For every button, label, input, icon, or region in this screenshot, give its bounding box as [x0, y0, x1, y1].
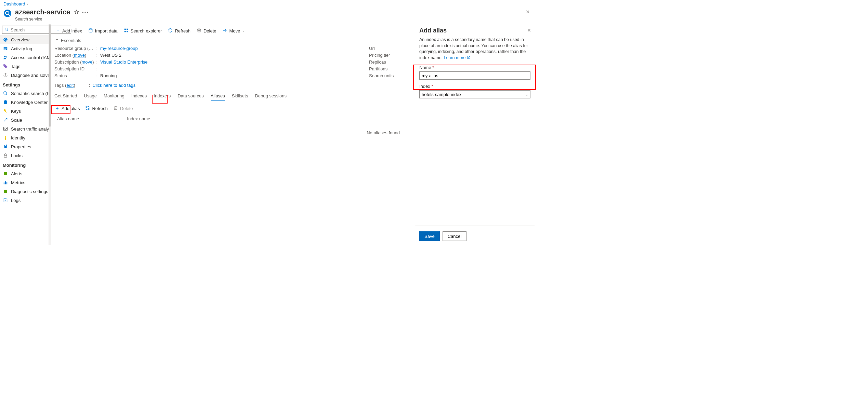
tab-get-started[interactable]: Get Started [54, 92, 77, 101]
diagnostic-settings-icon [3, 189, 8, 194]
sidebar-item-access-control[interactable]: Access control (IAM) [0, 53, 49, 62]
external-link-icon [467, 55, 470, 58]
sidebar-item-properties[interactable]: Properties [0, 142, 49, 151]
sidebar-item-tags[interactable]: Tags [0, 62, 49, 71]
sidebar-item-diagnose[interactable]: Diagnose and solve problems [0, 71, 49, 80]
replicas-label: Replicas [369, 59, 410, 65]
svg-point-35 [89, 28, 92, 30]
import-data-button[interactable]: Import data [88, 28, 118, 34]
essentials-toggle[interactable]: ⌃ Essentials [54, 37, 410, 45]
cancel-button[interactable]: Cancel [443, 231, 466, 241]
svg-rect-26 [6, 145, 7, 148]
sidebar-item-alerts[interactable]: Alerts [0, 169, 49, 178]
sidebar-item-metrics[interactable]: Metrics [0, 178, 49, 187]
sidebar-item-label: Semantic search (Preview) [11, 91, 49, 96]
sidebar-item-label: Scale [11, 118, 22, 123]
sidebar: « Overview Activity log Access control (… [0, 24, 49, 245]
breadcrumb-root[interactable]: Dashboard [3, 1, 25, 6]
learn-more-link[interactable]: Learn more [444, 55, 470, 60]
alias-name-input[interactable] [419, 71, 530, 80]
sidebar-item-logs[interactable]: Logs [0, 196, 49, 205]
more-icon[interactable]: ⋯ [82, 8, 89, 16]
tab-usage[interactable]: Usage [84, 92, 97, 101]
tab-monitoring[interactable]: Monitoring [104, 92, 124, 101]
svg-rect-39 [127, 31, 128, 32]
sidebar-item-knowledge-center[interactable]: Knowledge Center [0, 98, 49, 107]
move-subscription-link[interactable]: move [81, 59, 92, 65]
svg-rect-24 [4, 145, 4, 148]
keys-icon [3, 108, 8, 114]
sidebar-item-scale[interactable]: Scale [0, 116, 49, 124]
import-icon [88, 28, 93, 34]
page-title: azsearch-service [15, 8, 70, 16]
svg-rect-25 [5, 146, 6, 148]
svg-line-18 [6, 94, 7, 95]
add-icon: ＋ [55, 105, 60, 111]
sidebar-item-identity[interactable]: Identity [0, 133, 49, 142]
search-explorer-button[interactable]: Search explorer [124, 28, 162, 34]
svg-point-13 [4, 56, 6, 57]
close-panel-icon[interactable]: ✕ [527, 28, 531, 33]
sidebar-item-label: Alerts [11, 171, 22, 176]
move-location-link[interactable]: move [74, 53, 85, 58]
resource-group-link[interactable]: my-resource-group [100, 46, 138, 51]
refresh-button[interactable]: Refresh [168, 28, 190, 34]
tab-indexers[interactable]: Indexers [154, 92, 171, 101]
svg-rect-21 [4, 127, 8, 131]
refresh-aliases-button[interactable]: Refresh [85, 106, 108, 111]
subscription-link[interactable]: Visual Studio Enterprise [100, 59, 148, 65]
sidebar-item-keys[interactable]: Keys [0, 107, 49, 116]
svg-rect-11 [4, 49, 7, 49]
move-button[interactable]: Move ⌄ [222, 28, 245, 34]
favorite-icon[interactable] [74, 8, 79, 16]
locks-icon [3, 153, 8, 158]
sidebar-item-label: Locks [11, 153, 23, 158]
sidebar-item-traffic-analytics[interactable]: Search traffic analytics [0, 124, 49, 133]
scale-icon [3, 117, 8, 123]
properties-icon [3, 144, 8, 149]
add-tags-link[interactable]: Click here to add tags [93, 83, 136, 88]
sidebar-item-semantic-search[interactable]: Semantic search (Preview) [0, 89, 49, 98]
add-index-button[interactable]: ＋ Add index [56, 28, 82, 34]
tab-data-sources[interactable]: Data sources [177, 92, 204, 101]
svg-rect-10 [4, 48, 7, 48]
alias-table-empty: No aliases found [54, 123, 410, 135]
sidebar-item-label: Identity [11, 135, 25, 140]
diagnose-icon [3, 72, 8, 78]
refresh-icon [168, 28, 173, 34]
delete-button[interactable]: Delete [197, 28, 216, 34]
svg-point-22 [5, 136, 6, 138]
tab-debug-sessions[interactable]: Debug sessions [255, 92, 287, 101]
access-control-icon [3, 55, 8, 60]
move-icon [222, 28, 227, 34]
overview-icon [3, 37, 8, 42]
sidebar-item-label: Tags [11, 64, 20, 69]
sidebar-item-label: Metrics [11, 180, 25, 185]
sidebar-section-monitoring: Monitoring [0, 160, 49, 169]
svg-point-17 [4, 92, 6, 94]
svg-rect-36 [124, 28, 126, 30]
alias-command-bar: ＋ Add alias Refresh Delete [54, 101, 410, 115]
sidebar-item-activity-log[interactable]: Activity log [0, 44, 49, 53]
sidebar-item-diagnostic-settings[interactable]: Diagnostic settings [0, 187, 49, 196]
sidebar-item-locks[interactable]: Locks [0, 151, 49, 160]
svg-rect-27 [4, 155, 7, 157]
sidebar-item-overview[interactable]: Overview [0, 35, 49, 44]
svg-point-4 [5, 28, 8, 30]
add-alias-button[interactable]: ＋ Add alias [55, 105, 80, 111]
panel-description: An index alias is a secondary name that … [419, 37, 530, 61]
tab-indexes[interactable]: Indexes [131, 92, 147, 101]
panel-footer: Save Cancel [415, 226, 535, 241]
alias-index-select[interactable] [419, 90, 530, 98]
tab-skillsets[interactable]: Skillsets [232, 92, 248, 101]
edit-tags-link[interactable]: edit [66, 83, 74, 88]
breadcrumb: Dashboard › [0, 0, 535, 7]
search-service-icon [3, 9, 12, 17]
svg-rect-31 [6, 182, 7, 184]
tab-aliases[interactable]: Aliases [211, 92, 225, 101]
activity-log-icon [3, 46, 8, 51]
url-label: Url [369, 46, 410, 51]
close-icon[interactable]: ✕ [526, 9, 530, 15]
save-button[interactable]: Save [419, 231, 440, 241]
sidebar-section-settings: Settings [0, 80, 49, 89]
